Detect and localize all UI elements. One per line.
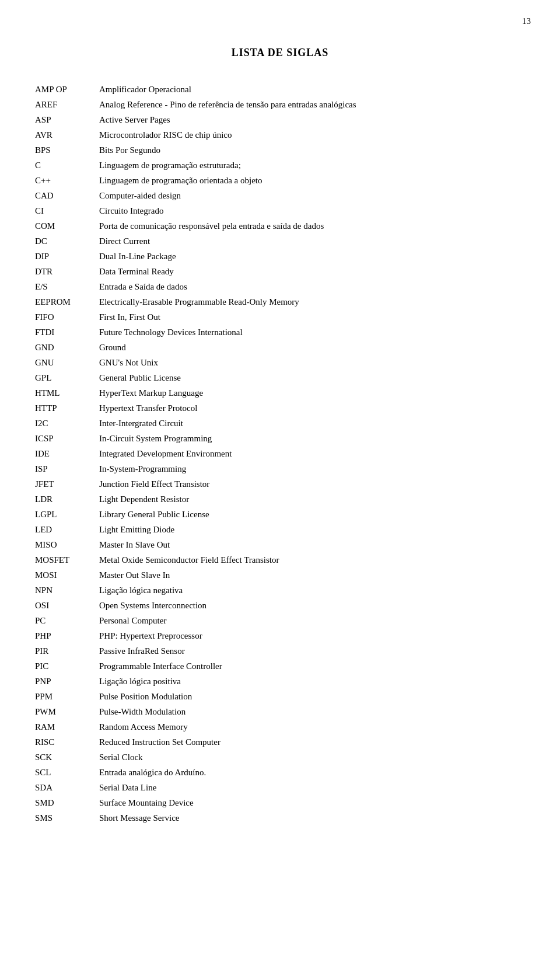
list-item: SDASerial Data Line <box>35 781 525 795</box>
page-title: LISTA DE SIGLAS <box>0 47 560 59</box>
list-item: COMPorta de comunicação responsável pela… <box>35 219 525 233</box>
acronym-definition: Programmable Interface Controller <box>99 659 525 673</box>
acronym-abbreviation: DC <box>35 234 99 248</box>
acronym-definition: Direct Current <box>99 234 525 248</box>
acronym-abbreviation: PNP <box>35 674 99 688</box>
acronym-abbreviation: SCL <box>35 765 99 779</box>
acronym-abbreviation: PC <box>35 614 99 628</box>
acronym-definition: Amplificador Operacional <box>99 82 525 96</box>
acronym-abbreviation: IDE <box>35 447 99 461</box>
acronym-definition: General Public License <box>99 371 525 385</box>
acronym-abbreviation: ASP <box>35 113 99 127</box>
acronym-definition: Light Dependent Resistor <box>99 492 525 506</box>
acronym-table: AMP OPAmplificador OperacionalAREFAnalog… <box>35 82 525 825</box>
acronym-abbreviation: GPL <box>35 371 99 385</box>
list-item: LEDLight Emitting Diode <box>35 522 525 536</box>
acronym-abbreviation: C++ <box>35 173 99 187</box>
list-item: MISOMaster In Slave Out <box>35 538 525 552</box>
list-item: SMSShort Message Service <box>35 811 525 825</box>
acronym-abbreviation: AREF <box>35 97 99 112</box>
list-item: FTDIFuture Technology Devices Internatio… <box>35 325 525 339</box>
list-item: DIPDual In-Line Package <box>35 249 525 263</box>
list-item: AREFAnalog Reference - Pino de referênci… <box>35 97 525 112</box>
list-item: C++Linguagem de programação orientada a … <box>35 173 525 187</box>
acronym-definition: Short Message Service <box>99 811 525 825</box>
acronym-definition: In-System-Programming <box>99 462 525 476</box>
list-item: FIFOFirst In, First Out <box>35 310 525 324</box>
acronym-abbreviation: C <box>35 158 99 172</box>
acronym-abbreviation: ISP <box>35 462 99 476</box>
page-number: 13 <box>522 16 531 26</box>
acronym-abbreviation: COM <box>35 219 99 233</box>
acronym-abbreviation: EEPROM <box>35 295 99 309</box>
acronym-abbreviation: CAD <box>35 189 99 203</box>
acronym-definition: Electrically-Erasable Programmable Read-… <box>99 295 525 309</box>
list-item: PCPersonal Computer <box>35 614 525 628</box>
list-item: EEPROMElectrically-Erasable Programmable… <box>35 295 525 309</box>
list-item: ASPActive Server Pages <box>35 113 525 127</box>
acronym-abbreviation: RAM <box>35 720 99 734</box>
list-item: PIRPassive InfraRed Sensor <box>35 644 525 658</box>
list-item: SMDSurface Mountaing Device <box>35 796 525 810</box>
list-item: GNDGround <box>35 340 525 354</box>
list-item: JFETJunction Field Effect Transistor <box>35 477 525 491</box>
acronym-abbreviation: FTDI <box>35 325 99 339</box>
acronym-definition: Metal Oxide Semiconductor Field Effect T… <box>99 553 525 567</box>
list-item: GNUGNU's Not Unix <box>35 356 525 370</box>
acronym-definition: Serial Clock <box>99 750 525 764</box>
acronym-definition: Junction Field Effect Transistor <box>99 477 525 491</box>
acronym-abbreviation: MISO <box>35 538 99 552</box>
acronym-abbreviation: SCK <box>35 750 99 764</box>
list-item: IDEIntegrated Development Environment <box>35 447 525 461</box>
list-item: SCLEntrada analógica do Arduíno. <box>35 765 525 779</box>
acronym-definition: Reduced Instruction Set Computer <box>99 735 525 749</box>
list-item: RAMRandom Access Memory <box>35 720 525 734</box>
acronym-definition: Linguagem de programação orientada a obj… <box>99 173 525 187</box>
acronym-abbreviation: PIC <box>35 659 99 673</box>
list-item: CADComputer-aided design <box>35 189 525 203</box>
list-item: PNPLigação lógica positiva <box>35 674 525 688</box>
acronym-abbreviation: LED <box>35 522 99 536</box>
list-item: MOSFETMetal Oxide Semiconductor Field Ef… <box>35 553 525 567</box>
list-item: E/SEntrada e Saída de dados <box>35 280 525 294</box>
acronym-abbreviation: NPN <box>35 583 99 597</box>
acronym-abbreviation: RISC <box>35 735 99 749</box>
acronym-definition: Hypertext Transfer Protocol <box>99 401 525 415</box>
list-item: MOSIMaster Out Slave In <box>35 568 525 582</box>
acronym-abbreviation: PWM <box>35 705 99 719</box>
acronym-definition: Future Technology Devices International <box>99 325 525 339</box>
list-item: CICircuito Integrado <box>35 204 525 218</box>
acronym-abbreviation: FIFO <box>35 310 99 324</box>
acronym-definition: Passive InfraRed Sensor <box>99 644 525 658</box>
acronym-definition: Computer-aided design <box>99 189 525 203</box>
acronym-definition: First In, First Out <box>99 310 525 324</box>
list-item: PWMPulse-Width Modulation <box>35 705 525 719</box>
acronym-definition: Ligação lógica negativa <box>99 583 525 597</box>
list-item: PICProgrammable Interface Controller <box>35 659 525 673</box>
acronym-definition: Ground <box>99 340 525 354</box>
acronym-definition: Microcontrolador RISC de chip único <box>99 128 525 142</box>
acronym-definition: Master Out Slave In <box>99 568 525 582</box>
acronym-definition: Linguagem de programação estruturada; <box>99 158 525 172</box>
acronym-definition: Pulse-Width Modulation <box>99 705 525 719</box>
acronym-definition: In-Circuit System Programming <box>99 431 525 445</box>
acronym-definition: Surface Mountaing Device <box>99 796 525 810</box>
list-item: DCDirect Current <box>35 234 525 248</box>
list-item: HTTPHypertext Transfer Protocol <box>35 401 525 415</box>
acronym-definition: Data Terminal Ready <box>99 264 525 278</box>
acronym-abbreviation: I2C <box>35 416 99 430</box>
acronym-abbreviation: SMD <box>35 796 99 810</box>
acronym-abbreviation: E/S <box>35 280 99 294</box>
list-item: DTRData Terminal Ready <box>35 264 525 278</box>
acronym-abbreviation: PIR <box>35 644 99 658</box>
acronym-abbreviation: PHP <box>35 629 99 643</box>
acronym-definition: PHP: Hypertext Preprocessor <box>99 629 525 643</box>
acronym-abbreviation: OSI <box>35 598 99 612</box>
list-item: SCKSerial Clock <box>35 750 525 764</box>
list-item: LGPLLibrary General Public License <box>35 507 525 521</box>
list-item: AMP OPAmplificador Operacional <box>35 82 525 96</box>
list-item: CLinguagem de programação estruturada; <box>35 158 525 172</box>
list-item: PHPPHP: Hypertext Preprocessor <box>35 629 525 643</box>
acronym-definition: Personal Computer <box>99 614 525 628</box>
list-item: ISPIn-System-Programming <box>35 462 525 476</box>
